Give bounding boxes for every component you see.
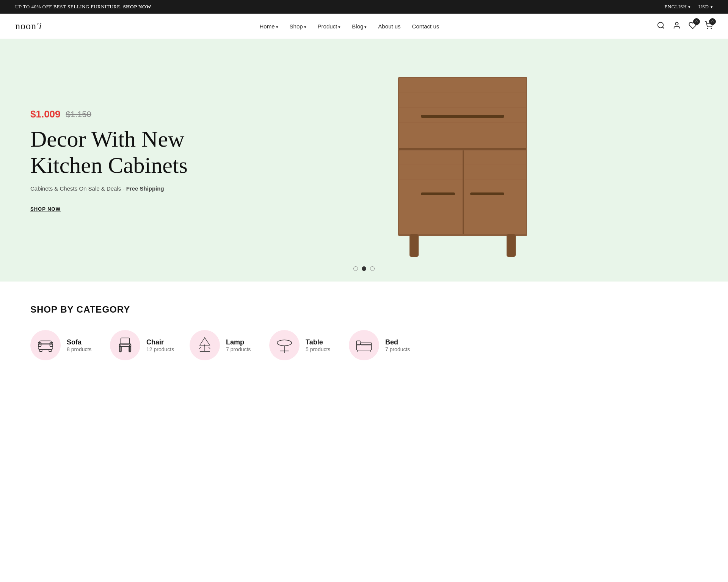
announcement-shop-link[interactable]: SHOP NOW bbox=[123, 4, 151, 9]
svg-line-39 bbox=[209, 347, 210, 349]
chair-icon-wrap bbox=[110, 330, 140, 360]
bed-name: Bed bbox=[385, 338, 410, 346]
nav-product[interactable]: Product bbox=[318, 23, 341, 30]
hero-price-new: $1.009 bbox=[30, 108, 61, 120]
currency-label: USD bbox=[698, 4, 709, 10]
language-selector[interactable]: ENGLISH bbox=[664, 4, 691, 10]
svg-rect-28 bbox=[121, 338, 130, 344]
svg-rect-14 bbox=[507, 234, 516, 257]
carousel-dots bbox=[353, 266, 375, 271]
lamp-name: Lamp bbox=[226, 338, 251, 346]
shop-chevron-icon bbox=[304, 23, 306, 30]
svg-marker-34 bbox=[200, 338, 210, 345]
nav-shop[interactable]: Shop bbox=[290, 23, 306, 30]
svg-point-4 bbox=[711, 28, 712, 29]
wishlist-icon[interactable]: 0 bbox=[689, 21, 697, 31]
lamp-icon-wrap bbox=[190, 330, 220, 360]
category-heading: SHOP BY CATEGORY bbox=[30, 304, 698, 315]
chair-name: Chair bbox=[146, 338, 174, 346]
lamp-count: 7 products bbox=[226, 346, 251, 352]
blog-chevron-icon bbox=[364, 23, 367, 30]
lamp-info: Lamp 7 products bbox=[226, 338, 251, 352]
hero-shop-now-link[interactable]: SHOP NOW bbox=[30, 206, 61, 212]
hero-price: $1.009 $1.150 bbox=[30, 108, 228, 120]
hero-subtitle-prefix: Cabinets & Chests On Sale & Deals - bbox=[30, 185, 126, 192]
bed-icon-wrap bbox=[349, 330, 379, 360]
category-bed[interactable]: Bed 7 products bbox=[349, 330, 417, 360]
product-chevron-icon bbox=[338, 23, 340, 30]
currency-chevron-icon bbox=[711, 5, 713, 9]
table-info: Table 5 products bbox=[306, 338, 330, 352]
logo[interactable]: noon'i bbox=[15, 20, 42, 32]
hero-content: $1.009 $1.150 Decor With New Kitchen Cab… bbox=[30, 108, 228, 212]
shop-by-category: SHOP BY CATEGORY Sofa 8 products bbox=[0, 282, 728, 375]
sofa-icon-wrap bbox=[30, 330, 61, 360]
bed-count: 7 products bbox=[385, 346, 410, 352]
svg-line-1 bbox=[662, 27, 664, 28]
sofa-count: 8 products bbox=[67, 346, 91, 352]
chair-info: Chair 12 products bbox=[146, 338, 174, 352]
svg-point-0 bbox=[658, 22, 664, 28]
cart-badge: 0 bbox=[709, 18, 716, 25]
svg-rect-10 bbox=[463, 150, 464, 234]
svg-point-41 bbox=[277, 340, 292, 346]
carousel-dot-3[interactable] bbox=[370, 266, 375, 271]
table-name: Table bbox=[306, 338, 330, 346]
svg-rect-7 bbox=[399, 148, 526, 150]
nav-about[interactable]: About us bbox=[378, 23, 400, 30]
nav-blog[interactable]: Blog bbox=[352, 23, 367, 30]
wishlist-badge: 0 bbox=[693, 18, 700, 25]
header: noon'i Home Shop Product Blog About us C… bbox=[0, 14, 728, 39]
cabinet-illustration bbox=[391, 62, 535, 259]
chair-icon bbox=[116, 336, 134, 354]
svg-rect-26 bbox=[49, 350, 51, 352]
hero-title: Decor With New Kitchen Cabinets bbox=[30, 126, 228, 178]
account-icon[interactable] bbox=[673, 21, 681, 31]
bed-info: Bed 7 products bbox=[385, 338, 410, 352]
svg-rect-44 bbox=[356, 344, 371, 350]
table-count: 5 products bbox=[306, 346, 330, 352]
chair-count: 12 products bbox=[146, 346, 174, 352]
carousel-dot-2[interactable] bbox=[362, 266, 366, 271]
announcement-message: UP TO 40% OFF BEST-SELLING FURNITURE. bbox=[15, 4, 122, 9]
announcement-text: UP TO 40% OFF BEST-SELLING FURNITURE. SH… bbox=[15, 4, 151, 10]
category-table[interactable]: Table 5 products bbox=[269, 330, 337, 360]
hero-section: $1.009 $1.150 Decor With New Kitchen Cab… bbox=[0, 39, 728, 282]
category-sofa[interactable]: Sofa 8 products bbox=[30, 330, 99, 360]
svg-point-3 bbox=[707, 28, 708, 29]
header-icons: 0 0 bbox=[657, 21, 713, 31]
svg-rect-6 bbox=[399, 78, 526, 150]
category-chair[interactable]: Chair 12 products bbox=[110, 330, 178, 360]
main-nav: Home Shop Product Blog About us Contact … bbox=[260, 23, 439, 30]
search-icon[interactable] bbox=[657, 21, 665, 31]
hero-image-area bbox=[228, 62, 698, 259]
bed-icon bbox=[355, 336, 373, 354]
currency-selector[interactable]: USD bbox=[698, 4, 713, 10]
table-icon-wrap bbox=[269, 330, 300, 360]
nav-home[interactable]: Home bbox=[260, 23, 278, 30]
hero-subtitle: Cabinets & Chests On Sale & Deals - Free… bbox=[30, 185, 228, 192]
carousel-dot-1[interactable] bbox=[353, 266, 358, 271]
svg-rect-13 bbox=[410, 234, 419, 257]
cart-icon[interactable]: 0 bbox=[704, 21, 713, 31]
category-lamp[interactable]: Lamp 7 products bbox=[190, 330, 258, 360]
home-chevron-icon bbox=[276, 23, 278, 30]
svg-line-38 bbox=[199, 347, 201, 349]
lamp-icon bbox=[196, 336, 213, 354]
hero-price-old: $1.150 bbox=[66, 110, 91, 119]
table-icon bbox=[276, 336, 293, 354]
svg-rect-25 bbox=[40, 350, 42, 352]
language-label: ENGLISH bbox=[664, 4, 687, 10]
language-chevron-icon bbox=[688, 5, 691, 9]
announcement-bar: UP TO 40% OFF BEST-SELLING FURNITURE. SH… bbox=[0, 0, 728, 14]
svg-rect-11 bbox=[421, 192, 455, 195]
sofa-icon bbox=[37, 336, 54, 354]
sofa-info: Sofa 8 products bbox=[67, 338, 91, 352]
svg-rect-8 bbox=[421, 115, 504, 118]
nav-contact[interactable]: Contact us bbox=[412, 23, 439, 30]
hero-subtitle-bold: Free Shipping bbox=[126, 185, 164, 192]
category-grid: Sofa 8 products Chair 12 products bbox=[30, 330, 698, 360]
svg-point-2 bbox=[675, 22, 678, 25]
announcement-right: ENGLISH USD bbox=[664, 4, 713, 10]
sofa-name: Sofa bbox=[67, 338, 91, 346]
